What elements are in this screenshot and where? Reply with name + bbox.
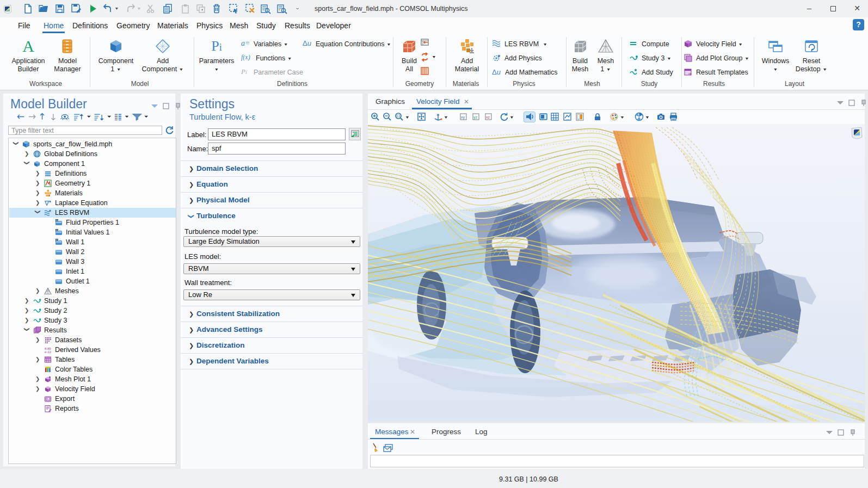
svg-text:D: D — [56, 229, 58, 232]
svg-text:D: D — [56, 239, 58, 242]
svg-text:e-12: e-12 — [45, 350, 52, 354]
svg-text:xy: xy — [461, 115, 465, 120]
svg-text:∇: ∇ — [44, 200, 50, 207]
svg-text:yz: yz — [473, 115, 478, 120]
svg-text:8.85: 8.85 — [45, 347, 51, 350]
svg-text:D: D — [56, 219, 58, 223]
svg-text:xz: xz — [486, 115, 490, 119]
